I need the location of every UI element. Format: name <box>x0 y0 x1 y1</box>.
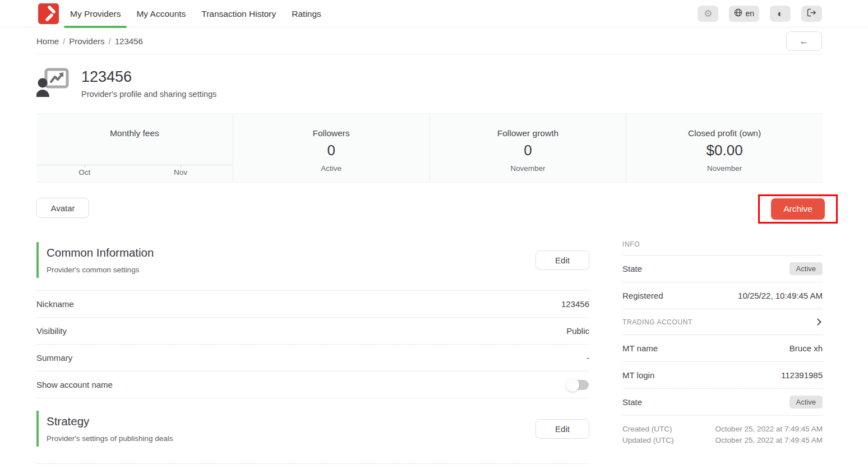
meta-value: October 25, 2022 at 7:49:45 AM <box>715 435 823 446</box>
section-title: Common Information <box>47 246 154 259</box>
meta-label: Updated (UTC) <box>622 435 674 446</box>
stat-value: 0 <box>233 142 430 159</box>
meta-label: Created (UTC) <box>622 424 672 435</box>
show-account-name-toggle[interactable] <box>566 378 589 392</box>
archive-button[interactable]: Archive <box>771 198 825 220</box>
row-value: 123456 <box>561 299 589 309</box>
row-value: Bruce xh <box>789 343 823 353</box>
provider-profile-icon <box>36 68 69 99</box>
logout-button[interactable] <box>801 6 822 22</box>
info-section-title: INFO <box>622 233 823 256</box>
stat-caption: November <box>430 164 626 173</box>
stat-caption: November <box>626 164 823 173</box>
edit-common-information-button[interactable]: Edit <box>535 250 589 270</box>
toggle-knob <box>566 378 579 392</box>
back-button[interactable]: ← <box>786 31 822 51</box>
globe-icon <box>734 8 742 18</box>
breadcrumb-separator: / <box>63 36 65 46</box>
page-title: 123456 <box>81 68 216 86</box>
language-label: en <box>745 9 754 18</box>
nav-actions: ⚙ en ◐ <box>698 6 822 22</box>
annotation-highlight-box: Archive <box>758 194 838 224</box>
stats-strip: Monthly fees Oct Nov Followers 0 Active … <box>36 113 823 183</box>
common-information-rows: Nickname 123456 Visibility Public Summar… <box>36 290 589 398</box>
stat-closed-profit: Closed profit (own) $0.00 November <box>626 114 823 182</box>
section-subtitle: Provider's settings of publishing deals <box>47 434 173 443</box>
nav-transaction-history[interactable]: Transaction History <box>198 0 279 27</box>
stat-value: $0.00 <box>626 142 823 159</box>
breadcrumb-current: 123456 <box>115 36 143 46</box>
status-badge: Active <box>789 396 823 408</box>
axis-label-nov: Nov <box>174 168 187 177</box>
row-value: 112391985 <box>781 370 823 380</box>
breadcrumb-providers[interactable]: Providers <box>69 36 104 46</box>
stat-title: Closed profit (own) <box>626 128 823 138</box>
gear-icon: ⚙ <box>704 9 712 18</box>
divider <box>36 54 823 54</box>
stat-title: Follower growth <box>430 128 626 138</box>
page-header: 123456 Provider's profile and sharing se… <box>0 54 868 113</box>
page-subtitle: Provider's profile and sharing settings <box>81 90 216 99</box>
main-nav: My Providers My Accounts Transaction His… <box>67 0 334 27</box>
stat-title: Monthly fees <box>36 128 233 138</box>
strategy-rows: Hide stops <box>36 463 589 469</box>
row-label: MT name <box>622 343 658 353</box>
settings-column: Common Information Provider's common set… <box>36 230 589 469</box>
row-registered: Registered 10/25/22, 10:49:45 AM <box>622 282 823 309</box>
row-nickname: Nickname 123456 <box>36 291 589 318</box>
breadcrumb: Home/Providers/123456 <box>36 36 143 46</box>
stat-title: Followers <box>233 128 430 138</box>
common-information-header: Common Information Provider's common set… <box>36 242 589 278</box>
strategy-header: Strategy Provider's settings of publishi… <box>36 411 589 447</box>
axis-label-oct: Oct <box>79 168 90 177</box>
row-mt-login: MT login 112391985 <box>622 362 823 389</box>
chart-axis <box>36 165 233 165</box>
section-title: Strategy <box>47 415 173 428</box>
row-label: MT login <box>622 370 654 380</box>
row-label: Visibility <box>36 326 67 336</box>
row-label: Summary <box>36 353 72 363</box>
breadcrumb-row: Home/Providers/123456 ← <box>0 27 868 54</box>
meta-value: October 25, 2022 at 7:49:45 AM <box>715 424 823 435</box>
logout-icon <box>807 8 816 18</box>
row-value: Public <box>566 326 589 336</box>
main-content: Common Information Provider's common set… <box>36 230 823 469</box>
trading-account-title: TRADING ACCOUNT <box>622 318 692 326</box>
app-logo-icon[interactable] <box>38 3 59 24</box>
axis-tick <box>181 165 181 168</box>
nav-my-providers[interactable]: My Providers <box>67 0 123 27</box>
info-panel: INFO State Active Registered 10/25/22, 1… <box>622 230 823 469</box>
breadcrumb-separator: / <box>109 36 111 46</box>
stat-caption: Active <box>233 164 430 173</box>
created-line: Created (UTC) October 25, 2022 at 7:49:4… <box>622 424 823 435</box>
row-account-state: State Active <box>622 389 823 416</box>
stat-value: 0 <box>430 142 626 159</box>
back-arrow-icon: ← <box>800 36 809 47</box>
row-label: Nickname <box>36 299 74 309</box>
settings-button[interactable]: ⚙ <box>698 6 718 22</box>
row-label: State <box>622 397 642 407</box>
chevron-right-icon <box>814 318 821 326</box>
stat-followers: Followers 0 Active <box>233 114 430 182</box>
updated-line: Updated (UTC) October 25, 2022 at 7:49:4… <box>622 435 823 446</box>
theme-toggle-button[interactable]: ◐ <box>770 6 791 22</box>
edit-strategy-button[interactable]: Edit <box>535 419 589 439</box>
avatar-button[interactable]: Avatar <box>36 198 89 218</box>
nav-ratings[interactable]: Ratings <box>289 0 324 27</box>
row-label: Show account name <box>36 380 113 389</box>
status-badge: Active <box>789 262 823 275</box>
language-button[interactable]: en <box>729 6 759 22</box>
row-label: Registered <box>622 291 663 300</box>
contrast-icon: ◐ <box>777 9 783 18</box>
actions-row: Avatar Archive <box>36 194 823 230</box>
section-subtitle: Provider's common settings <box>47 266 154 274</box>
row-state: State Active <box>622 256 823 282</box>
breadcrumb-home[interactable]: Home <box>36 36 59 46</box>
row-value: 10/25/22, 10:49:45 AM <box>738 291 823 300</box>
top-nav: My Providers My Accounts Transaction His… <box>0 0 868 27</box>
trading-account-header[interactable]: TRADING ACCOUNT <box>622 309 823 335</box>
row-label: State <box>622 264 642 273</box>
timestamps-block: Created (UTC) October 25, 2022 at 7:49:4… <box>622 416 823 446</box>
row-summary: Summary - <box>36 345 589 372</box>
nav-my-accounts[interactable]: My Accounts <box>133 0 188 27</box>
